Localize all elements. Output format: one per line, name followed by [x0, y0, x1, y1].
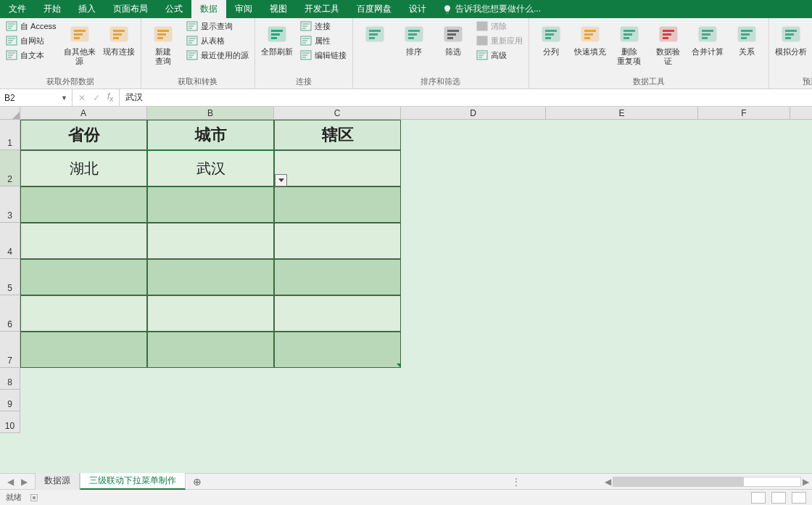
- sheet-tab-0[interactable]: 数据源: [35, 473, 80, 490]
- link-icon: [300, 20, 312, 32]
- row-header-4[interactable]: 4: [0, 223, 20, 259]
- cmd-adv[interactable]: 高级: [475, 49, 524, 62]
- col-header-D[interactable]: D: [401, 107, 546, 119]
- cmd-split[interactable]: 分列: [534, 20, 568, 57]
- cmd-whatif[interactable]: 模拟分析: [774, 20, 808, 57]
- cmd-db[interactable]: 自其他来源: [62, 20, 97, 66]
- menu-tab-设计[interactable]: 设计: [400, 0, 435, 18]
- row-header-1[interactable]: 1: [0, 120, 20, 150]
- row-header-10[interactable]: 10: [0, 411, 20, 433]
- row-header-7[interactable]: 7: [0, 332, 20, 368]
- view-normal-button[interactable]: [751, 492, 766, 504]
- tell-me-search[interactable]: 告诉我您想要做什么...: [435, 0, 548, 18]
- row-header-6[interactable]: 6: [0, 295, 20, 332]
- cmd-recent[interactable]: 最近使用的源: [185, 49, 250, 62]
- cmd-link[interactable]: 连接: [299, 20, 348, 33]
- col-header-B[interactable]: B: [147, 107, 274, 119]
- col-header-F[interactable]: F: [698, 107, 790, 119]
- cmd-text[interactable]: 自文本: [4, 49, 58, 62]
- select-all-corner[interactable]: [0, 107, 20, 119]
- ribbon-group-3: 排序筛选清除重新应用高级排序和筛选: [353, 18, 529, 89]
- col-header-E[interactable]: E: [546, 107, 698, 119]
- cmd-query[interactable]: 新建查询: [146, 20, 181, 66]
- menu-tab-文件[interactable]: 文件: [0, 0, 35, 18]
- cell-B3[interactable]: [147, 186, 274, 223]
- menu-tab-页面布局[interactable]: 页面布局: [104, 0, 157, 18]
- cmd-prop[interactable]: 属性: [299, 34, 348, 47]
- col-header-A[interactable]: A: [20, 107, 147, 119]
- cell-B2[interactable]: 武汉: [147, 150, 274, 186]
- menu-tab-开始[interactable]: 开始: [35, 0, 70, 18]
- cell-B4[interactable]: [147, 223, 274, 259]
- cmd-clear[interactable]: 清除: [475, 20, 524, 33]
- cmd-refresh[interactable]: 全部刷新: [260, 20, 294, 57]
- cmd-dup[interactable]: 删除重复项: [612, 20, 647, 66]
- menu-tab-百度网盘[interactable]: 百度网盘: [348, 0, 400, 18]
- horizontal-scrollbar[interactable]: ◀ ▶: [525, 477, 812, 487]
- cell-B7[interactable]: [147, 332, 274, 368]
- data-validation-dropdown[interactable]: [275, 174, 287, 186]
- cmd-sortaz[interactable]: [357, 20, 392, 47]
- svg-rect-51: [624, 37, 629, 39]
- cmd-editlink[interactable]: 编辑链接: [299, 49, 348, 62]
- cell-A6[interactable]: [20, 295, 147, 332]
- header-cell-B1[interactable]: 城市: [147, 120, 274, 150]
- sheet-nav-next-icon[interactable]: ▶: [21, 477, 28, 487]
- cmd-flash[interactable]: 快速填充: [573, 20, 608, 57]
- menu-tab-视图[interactable]: 视图: [261, 0, 296, 18]
- cmd-access[interactable]: 自 Access: [4, 20, 58, 33]
- cell-A3[interactable]: [20, 186, 147, 223]
- cell-A5[interactable]: [20, 259, 147, 295]
- accept-formula-button[interactable]: ✓: [93, 93, 100, 103]
- row-header-3[interactable]: 3: [0, 186, 20, 223]
- cell-C2[interactable]: [274, 150, 401, 186]
- cell-C7[interactable]: [274, 332, 401, 368]
- cmd-valid[interactable]: 数据验证: [651, 20, 686, 66]
- cmd-table[interactable]: 从表格: [185, 34, 250, 47]
- menu-tab-开发工具[interactable]: 开发工具: [296, 0, 348, 18]
- cell-A7[interactable]: [20, 332, 147, 368]
- cell-C5[interactable]: [274, 259, 401, 295]
- cmd-consol[interactable]: 合并计算: [690, 20, 725, 57]
- table-resize-handle[interactable]: [397, 364, 401, 368]
- cancel-formula-button[interactable]: ✕: [78, 93, 86, 103]
- sheet-nav-prev-icon[interactable]: ◀: [7, 477, 14, 487]
- formula-input[interactable]: 武汉: [120, 89, 812, 106]
- row-header-2[interactable]: 2: [0, 150, 20, 186]
- row-header-8[interactable]: 8: [0, 368, 20, 390]
- add-sheet-button[interactable]: ⊕: [186, 476, 209, 488]
- cmd-sort[interactable]: 排序: [397, 20, 431, 57]
- cmd-reapply[interactable]: 重新应用: [475, 34, 524, 47]
- cell-C3[interactable]: [274, 186, 401, 223]
- row-header-5[interactable]: 5: [0, 259, 20, 295]
- cmd-filter[interactable]: 筛选: [436, 20, 471, 57]
- cell-A4[interactable]: [20, 223, 147, 259]
- cmd-rel[interactable]: 关系: [729, 20, 764, 57]
- sheet-nav[interactable]: ◀ ▶: [0, 477, 35, 487]
- menu-tab-数据[interactable]: 数据: [191, 0, 226, 18]
- header-cell-A1[interactable]: 省份: [20, 120, 147, 150]
- sheet-split-icon[interactable]: ⋮: [508, 477, 525, 487]
- menu-tab-审阅[interactable]: 审阅: [226, 0, 261, 18]
- name-box[interactable]: B2 ▼: [0, 89, 72, 106]
- cell-B6[interactable]: [147, 295, 274, 332]
- cell-B5[interactable]: [147, 259, 274, 295]
- macro-record-icon[interactable]: [29, 493, 39, 503]
- fx-button[interactable]: fx: [107, 91, 113, 103]
- view-layout-button[interactable]: [771, 492, 786, 504]
- row-header-9[interactable]: 9: [0, 390, 20, 411]
- header-cell-C1[interactable]: 辖区: [274, 120, 401, 150]
- menu-tab-插入[interactable]: 插入: [70, 0, 104, 18]
- cell-A2[interactable]: 湖北: [20, 150, 147, 186]
- cell-C4[interactable]: [274, 223, 401, 259]
- cmd-conn[interactable]: 现有连接: [102, 20, 136, 57]
- cell-C6[interactable]: [274, 295, 401, 332]
- worksheet-grid[interactable]: ABCDEF 12345678910 省份城市辖区湖北武汉: [0, 107, 812, 473]
- cmd-showq[interactable]: 显示查询: [185, 20, 250, 33]
- col-header-C[interactable]: C: [274, 107, 401, 119]
- menu-tab-公式[interactable]: 公式: [157, 0, 191, 18]
- view-pagebreak-button[interactable]: [792, 492, 806, 504]
- sheet-tab-1[interactable]: 三级联动下拉菜单制作: [80, 473, 186, 490]
- dup-icon: [618, 22, 641, 46]
- cmd-web[interactable]: 自网站: [4, 34, 58, 47]
